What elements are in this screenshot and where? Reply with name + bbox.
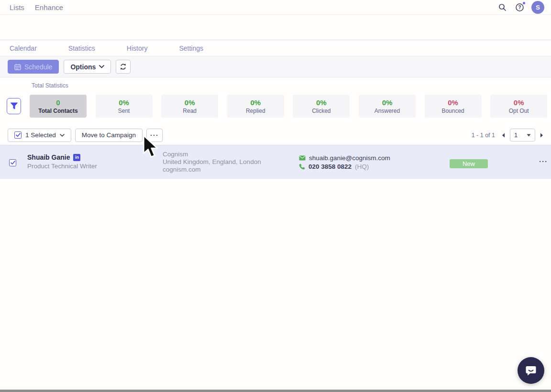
avatar[interactable]: S [531, 1, 544, 14]
svg-text:?: ? [518, 5, 521, 10]
company-name: Cognism [163, 151, 261, 158]
tab-history[interactable]: History [127, 44, 148, 52]
stat-value: 0 [56, 98, 60, 107]
more-actions-button[interactable]: ··· [146, 129, 163, 142]
filter-button[interactable] [7, 98, 21, 114]
stats-section-label: Total Statistics [32, 82, 68, 89]
stat-card-sent[interactable]: 0% Sent [96, 95, 153, 118]
selected-count-label: 1 Selected [25, 131, 56, 139]
linkedin-icon[interactable]: in [73, 154, 80, 161]
row-checkbox[interactable] [9, 159, 16, 166]
chevron-down-icon [99, 65, 104, 68]
search-icon[interactable] [497, 2, 507, 12]
contact-name[interactable]: Shuaib Ganie [27, 153, 70, 161]
chat-launcher[interactable] [518, 357, 544, 384]
nav-item-lists[interactable]: Lists [10, 3, 24, 11]
contact-info-block: shuaib.ganie@cognism.com 020 3858 0822 (… [299, 154, 390, 172]
page-select-value: 1 [514, 131, 518, 139]
stat-label: Clicked [312, 108, 331, 114]
stat-label: Replied [246, 108, 265, 114]
top-nav: Lists Enhance ? S [0, 0, 551, 15]
stat-value: 0% [250, 98, 261, 107]
pagination: 1 - 1 of 1 1 [472, 129, 543, 142]
stat-label: Total Contacts [38, 108, 77, 114]
notification-dot [523, 2, 525, 4]
stat-label: Sent [118, 108, 130, 114]
select-arrow-icon [527, 134, 531, 137]
selection-bar: 1 Selected Move to Campaign ··· 1 - 1 of… [0, 125, 551, 145]
stat-value: 0% [382, 98, 393, 107]
stat-card-opt-out[interactable]: 0% Opt Out [490, 95, 547, 118]
contact-phone[interactable]: 020 3858 0822 [309, 163, 352, 170]
email-icon [299, 155, 306, 161]
options-button[interactable]: Options [64, 60, 111, 74]
chat-icon [525, 364, 537, 377]
move-to-campaign-button[interactable]: Move to Campaign [75, 129, 143, 142]
stat-card-read[interactable]: 0% Read [161, 95, 218, 118]
stat-label: Answered [375, 108, 400, 114]
stat-card-bounced[interactable]: 0% Bounced [425, 95, 482, 118]
stat-value: 0% [448, 98, 458, 107]
tab-statistics[interactable]: Statistics [68, 44, 95, 52]
selected-dropdown[interactable]: 1 Selected [8, 129, 71, 142]
stat-label: Read [183, 108, 197, 114]
company-block: Cognism United Kingdom, England, London … [163, 151, 261, 174]
stat-label: Bounced [441, 108, 464, 114]
pagination-range: 1 - 1 of 1 [472, 132, 495, 139]
toolbar: Schedule Options [0, 56, 551, 77]
prev-page-icon[interactable] [502, 133, 505, 138]
select-all-checkbox[interactable] [14, 131, 22, 139]
company-location: United Kingdom, England, London [163, 158, 261, 166]
stat-card-replied[interactable]: 0% Replied [227, 95, 284, 118]
window-bottom-edge [0, 390, 551, 392]
refresh-button[interactable] [116, 60, 131, 74]
company-website: cognism.com [163, 166, 261, 174]
stat-card-total-contacts[interactable]: 0 Total Contacts [30, 95, 87, 118]
chevron-down-icon [60, 134, 65, 137]
contact-job-title: Product Technical Writer [27, 163, 97, 170]
contact-name-block: Shuaib Ganie in Product Technical Writer [27, 153, 97, 170]
schedule-button-label: Schedule [24, 63, 52, 71]
tab-calendar[interactable]: Calendar [10, 44, 37, 52]
stat-card-clicked[interactable]: 0% Clicked [293, 95, 350, 118]
tabs-bar: Calendar Statistics History Settings [0, 40, 551, 56]
page-select[interactable]: 1 [510, 129, 535, 142]
stat-cards: 0 Total Contacts 0% Sent 0% Read 0% Repl… [30, 95, 547, 118]
nav-item-enhance[interactable]: Enhance [35, 3, 63, 11]
stat-value: 0% [185, 98, 195, 107]
phone-type-label: (HQ) [355, 163, 369, 170]
row-more-icon[interactable]: ··· [539, 157, 548, 165]
phone-icon [299, 163, 305, 170]
schedule-button[interactable]: Schedule [8, 60, 59, 74]
top-nav-right: ? S [497, 1, 544, 14]
stat-value: 0% [514, 98, 524, 107]
status-badge: New [450, 159, 488, 168]
refresh-icon [120, 63, 127, 70]
next-page-icon[interactable] [540, 133, 543, 138]
stat-value: 0% [119, 98, 129, 107]
options-button-label: Options [70, 63, 96, 71]
help-icon[interactable]: ? [514, 2, 525, 12]
stat-card-answered[interactable]: 0% Answered [359, 95, 416, 118]
calendar-icon [14, 64, 21, 70]
tab-settings[interactable]: Settings [179, 44, 203, 52]
contact-row[interactable]: Shuaib Ganie in Product Technical Writer… [0, 145, 551, 179]
stat-label: Opt Out [509, 108, 529, 114]
stat-value: 0% [316, 98, 327, 107]
filter-icon [10, 102, 18, 110]
contact-email[interactable]: shuaib.ganie@cognism.com [309, 154, 390, 162]
